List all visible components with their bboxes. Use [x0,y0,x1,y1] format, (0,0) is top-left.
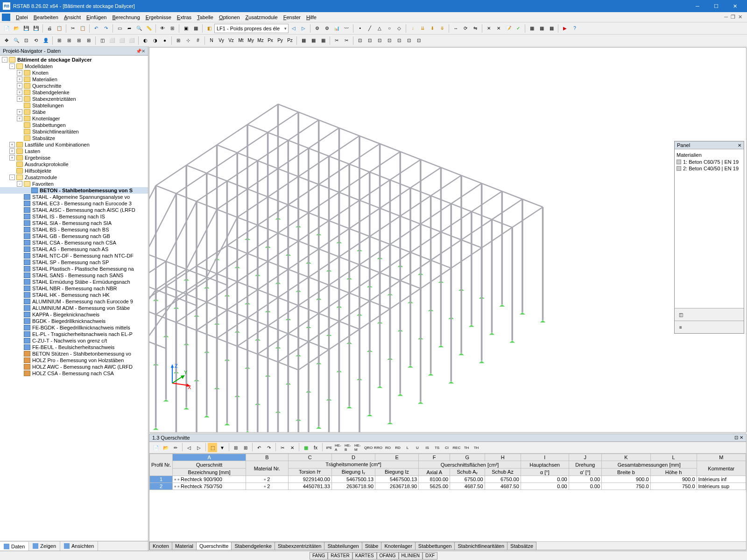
misc2-icon[interactable]: ⊡ [365,36,374,45]
zoom-icon[interactable]: 🔍 [12,36,21,45]
col-letter[interactable]: E [375,454,419,461]
node-icon[interactable]: • [355,24,365,33]
tree-node[interactable]: ALUMINIUM ADM - Bemessung von Stäbe [0,305,148,311]
table-tab[interactable]: Stabnichtlinearitäten [454,542,507,550]
res2-icon[interactable]: ▦ [309,36,318,45]
t-ipea-icon[interactable]: IPE [324,443,334,452]
dim2-icon[interactable]: ✕ [494,24,503,33]
t-hem-icon[interactable]: HE-M [354,443,363,452]
tree-node[interactable]: Ausdruckprotokolle [0,161,148,168]
redo-icon[interactable]: ↷ [101,24,111,33]
status-fang[interactable]: FANG [310,552,328,560]
tree-node[interactable]: STAHL Plastisch - Plastische Bemessung n… [0,266,148,272]
tree-node[interactable]: ALUMINIUM - Bemessung nach Eurocode 9 [0,298,148,305]
t-u-icon[interactable]: U [413,443,422,452]
t-del-icon[interactable]: ✕ [288,443,297,452]
render1-icon[interactable]: ◐ [141,36,150,45]
v1-icon[interactable]: ⊞ [55,36,64,45]
t-undo-icon[interactable]: ↶ [254,443,264,452]
tree-node[interactable]: Stabbettungen [0,122,148,128]
t-th-icon[interactable]: TH [462,443,471,452]
t-fx-icon[interactable]: fx [311,443,320,452]
t-ts-icon[interactable]: TS [432,443,442,452]
tree-node[interactable]: EL-PL - Tragsicherheitsnachweis nach EL-… [0,331,148,337]
deform-icon[interactable]: 〰 [342,24,351,33]
rotate-icon[interactable]: ⟳ [461,24,470,33]
v2-icon[interactable]: ⊞ [64,36,74,45]
table-row[interactable]: 1▫ ▫ Rechteck 900/900▫ 29229140.00546750… [150,476,746,483]
release-icon[interactable]: ◇ [395,24,404,33]
tree-node[interactable]: HOLZ Pro - Bemessung von Holzstäben [0,357,148,364]
calc2-icon[interactable]: ⚙ [322,24,331,33]
printpreview-icon[interactable]: 📋 [55,24,64,33]
tree-node[interactable]: Stabteilungen [0,102,148,109]
t-rec-icon[interactable]: REC [452,443,461,452]
tree-node[interactable]: STAHL HK - Bemessung nach HK [0,292,148,298]
tree-node[interactable]: -Zusatzmodule [0,174,148,181]
res1-icon[interactable]: ▦ [299,36,308,45]
col-letter[interactable]: L [650,454,697,461]
nlabel-icon[interactable]: N [207,36,216,45]
table-row[interactable]: 2▫ ▫ Rechteck 750/750▫ 24450781.33263671… [150,483,746,490]
pzlabel-icon[interactable]: Pz [285,36,295,45]
axes-icon[interactable]: ⊹ [183,36,193,45]
table-icon[interactable]: ▦ [527,24,536,33]
rotate3d-icon[interactable]: ⟲ [31,36,41,45]
table-tab[interactable]: Stabsätze [507,542,536,550]
misc3-icon[interactable]: ⊡ [375,36,384,45]
menu-ansicht[interactable]: Ansicht [61,14,84,21]
col-letter[interactable]: D [331,454,375,461]
render3-icon[interactable]: ● [160,36,169,45]
tree-node[interactable]: HOLZ AWC - Bemessung nach AWC (LRFD [0,364,148,370]
grid-icon[interactable]: ⊞ [174,36,183,45]
select-icon[interactable]: ▭ [115,24,124,33]
status-hlinien[interactable]: HLINIEN [399,552,423,560]
xz-icon[interactable]: ⬜ [117,36,127,45]
t-heb-icon[interactable]: HE-B [344,443,353,452]
tree-node[interactable]: -Favoriten [0,181,148,187]
col-profil[interactable]: Profil Nr. [150,454,173,476]
col-letter[interactable]: G [450,454,485,461]
saveall-icon[interactable]: 💾 [31,24,41,33]
tree-node[interactable]: STAHL GB - Bemessung nach GB [0,233,148,239]
misc6-icon[interactable]: ⊡ [404,36,414,45]
col-letter[interactable]: B [246,454,289,461]
table-tab[interactable]: Stabbettungen [415,542,455,550]
tree-node[interactable]: STAHL SIA - Bemessung nach SIA [0,220,148,226]
tree-node[interactable]: +Lasten [0,148,148,154]
nav-tab-daten[interactable]: Daten [0,541,29,551]
minimize-button[interactable]: ─ [688,0,707,12]
save-icon[interactable]: 💾 [21,24,31,33]
t-excel-icon[interactable]: ▦ [301,443,310,452]
tree-node[interactable]: +Querschnitte [0,83,148,89]
tree-node[interactable]: STAHL SANS - Bemessung nach SANS [0,272,148,279]
table-tab[interactable]: Stäbe [362,542,382,550]
mtlabel-icon[interactable]: Mt [236,36,246,45]
3d-icon[interactable]: ◧ [204,24,214,33]
panel-btn2-icon[interactable]: ≡ [676,322,685,332]
t-pick-icon[interactable]: ⬚ [208,443,217,452]
tree-node[interactable]: BETON Stützen - Stahlbetonbemessung vo [0,350,148,357]
tile-icon[interactable]: ▦ [191,24,200,33]
cut-icon[interactable]: ✂ [68,24,78,33]
menu-tabelle[interactable]: Tabelle [194,14,216,21]
tree-node[interactable]: STAHL CSA - Bemessung nach CSA [0,239,148,246]
hinge-icon[interactable]: ○ [385,24,394,33]
walk-icon[interactable]: 👤 [41,36,50,45]
table-tab[interactable]: Querschnitte [196,542,232,550]
menu-ergebnisse[interactable]: Ergebnisse [143,14,174,21]
t-ci-icon[interactable]: CI [442,443,451,452]
menu-optionen[interactable]: Optionen [216,14,243,21]
t-new-icon[interactable]: 📄 [151,443,161,452]
t-qro-icon[interactable]: QRO [364,443,373,452]
menu-einfügen[interactable]: Einfügen [84,14,109,21]
mdi-close-button[interactable]: ✕ [738,14,742,20]
v3-icon[interactable]: ⊞ [74,36,84,45]
iso-icon[interactable]: ◫ [98,36,107,45]
render2-icon[interactable]: ◑ [150,36,160,45]
move-icon[interactable]: ↔ [451,24,460,33]
t-hea-icon[interactable]: HE-A [334,443,344,452]
member-icon[interactable]: ╱ [365,24,374,33]
table-tab[interactable]: Stabendgelenke [231,542,275,550]
t-prev-icon[interactable]: ◁ [184,443,194,452]
